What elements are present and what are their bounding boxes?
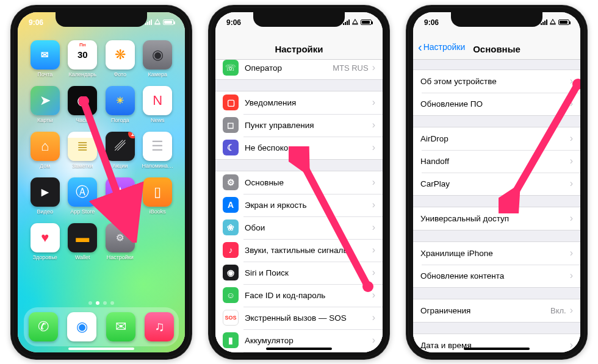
- app-maps[interactable]: ➤ Карты: [26, 86, 64, 123]
- row-label: Ограничения: [420, 306, 550, 315]
- home-app-icon: ⌂: [31, 132, 60, 161]
- maps-icon: ➤: [31, 86, 60, 115]
- notch: [253, 12, 345, 27]
- tv-icon: ▶︎: [31, 177, 60, 207]
- chevron-right-icon: ›: [372, 312, 375, 323]
- notch: [56, 12, 147, 27]
- row-ограничения[interactable]: ОграниченияВкл. ›: [413, 299, 580, 322]
- camera-icon: ◉: [143, 40, 172, 70]
- row-detail: Вкл.: [550, 306, 566, 315]
- app-label: Почта: [37, 71, 52, 77]
- app-mail[interactable]: ✉︎ Почта: [26, 40, 64, 77]
- chevron-right-icon: ›: [570, 305, 573, 316]
- battery-icon: ▮: [223, 332, 239, 348]
- status-right: ⧋: [343, 18, 372, 26]
- app-home-app[interactable]: ⌂ Дом: [26, 132, 64, 169]
- home-indicator[interactable]: [68, 348, 134, 350]
- app-tv[interactable]: ▶︎ Видео: [26, 177, 64, 215]
- phone-general-frame: 9:06 ⧋ ‹ Настройки Основные Об этом устр…: [406, 5, 588, 360]
- status-time: 9:06: [29, 18, 43, 27]
- row-label: Обновление контента: [420, 271, 570, 280]
- battery-icon: [361, 20, 372, 25]
- annotation-arrow: [79, 96, 146, 243]
- sos-icon: SOS: [223, 310, 239, 326]
- control-center-icon: ◻: [223, 117, 239, 133]
- home-screen: 9:06 ⧋ ✉︎ Почта Пн30 Календарь ❋ Фото ◉ …: [18, 12, 185, 352]
- row-sos[interactable]: SOSЭкстренный вызов — SOS ›: [215, 307, 383, 329]
- svg-line-4: [510, 84, 578, 202]
- row-carrier[interactable]: ☏ Оператор MTS RUS ›: [215, 60, 383, 79]
- chevron-left-icon: ‹: [418, 40, 422, 54]
- health-icon: ♥: [31, 223, 60, 252]
- back-button[interactable]: ‹ Настройки: [418, 40, 465, 54]
- status-time: 9:06: [424, 18, 439, 27]
- row-label: Пункт управления: [245, 121, 372, 130]
- wifi-icon: ⧋: [352, 18, 358, 26]
- mail-icon: ✉︎: [31, 40, 60, 70]
- row-control-center[interactable]: ◻Пункт управления ›: [215, 114, 383, 137]
- notifications-icon: ▢: [223, 95, 239, 110]
- battery-icon: [558, 20, 569, 25]
- row-notifications[interactable]: ▢Уведомления ›: [215, 91, 383, 114]
- page-dots[interactable]: [18, 301, 185, 305]
- chevron-right-icon: ›: [372, 97, 375, 108]
- svg-line-2: [300, 157, 368, 287]
- row-label: Уведомления: [245, 98, 372, 107]
- dock-safari[interactable]: ◉: [67, 312, 96, 341]
- app-label: Напомина…: [142, 163, 173, 169]
- app-label: Камера: [148, 71, 167, 77]
- dnd-icon: ☾: [223, 140, 239, 155]
- row-privacy[interactable]: ✋Конфиденциальность ›: [215, 352, 383, 352]
- nav-title: Настройки: [275, 44, 323, 54]
- app-label: Фото: [113, 71, 126, 77]
- notch: [451, 12, 542, 27]
- app-label: Настройки: [107, 254, 134, 260]
- phone-settings-frame: 9:06 ⧋ Настройки ☏ Оператор MTS RUS › ▢У…: [208, 5, 390, 360]
- app-label: Здоровье: [33, 254, 57, 260]
- back-label: Настройки: [423, 42, 466, 52]
- app-photos[interactable]: ❋ Фото: [101, 40, 139, 77]
- app-label: Дом: [40, 163, 50, 169]
- app-label: iBooks: [150, 209, 166, 215]
- row-label: Оператор: [245, 63, 333, 73]
- dock-phone[interactable]: ✆: [29, 312, 58, 341]
- app-label: Видео: [37, 209, 53, 215]
- dock: ✆◉✉︎♫: [24, 307, 179, 346]
- wifi-icon: ⧋: [550, 18, 556, 26]
- chevron-right-icon: ›: [372, 335, 375, 346]
- photos-icon: ❋: [106, 40, 135, 70]
- svg-line-0: [84, 101, 129, 226]
- home-indicator[interactable]: [464, 348, 530, 350]
- app-camera[interactable]: ◉ Камера: [139, 40, 177, 77]
- home-indicator[interactable]: [266, 348, 332, 350]
- settings-screen: 9:06 ⧋ Настройки ☏ Оператор MTS RUS › ▢У…: [215, 12, 383, 352]
- app-calendar[interactable]: Пн30 Календарь: [64, 40, 102, 77]
- row-label: Экстренный вызов — SOS: [245, 313, 372, 323]
- wallpaper-icon: ❀: [223, 219, 239, 235]
- calendar-icon: Пн30: [68, 40, 97, 70]
- battery-icon: [163, 20, 174, 25]
- annotation-arrow: [499, 73, 580, 213]
- sounds-icon: ♪: [223, 242, 239, 258]
- annotation-arrow: [289, 146, 380, 299]
- general-icon: ⚙︎: [223, 174, 239, 190]
- chevron-right-icon: ›: [570, 340, 573, 351]
- chevron-right-icon: ›: [570, 248, 573, 259]
- ibooks-icon: ▯: [143, 177, 172, 207]
- faceid-icon: ☺: [223, 287, 239, 303]
- display-icon: A: [223, 197, 239, 213]
- app-label: News: [151, 117, 165, 123]
- dock-music[interactable]: ♫: [145, 312, 174, 341]
- row-хранилище-iphone[interactable]: Хранилище iPhone ›: [413, 242, 580, 265]
- row-обновление-контента[interactable]: Обновление контента ›: [413, 265, 580, 287]
- app-health[interactable]: ♥ Здоровье: [26, 223, 64, 260]
- general-screen: 9:06 ⧋ ‹ Настройки Основные Об этом устр…: [413, 12, 580, 352]
- row-detail: MTS RUS: [333, 63, 369, 73]
- row-label: Универсальный доступ: [420, 214, 570, 223]
- siri-icon: ◉: [223, 265, 239, 280]
- dock-messages[interactable]: ✉︎: [106, 312, 135, 341]
- carrier-icon: ☏: [223, 60, 239, 76]
- chevron-right-icon: ›: [570, 213, 573, 224]
- phone-home-frame: 9:06 ⧋ ✉︎ Почта Пн30 Календарь ❋ Фото ◉ …: [10, 5, 192, 360]
- chevron-right-icon: ›: [372, 120, 375, 130]
